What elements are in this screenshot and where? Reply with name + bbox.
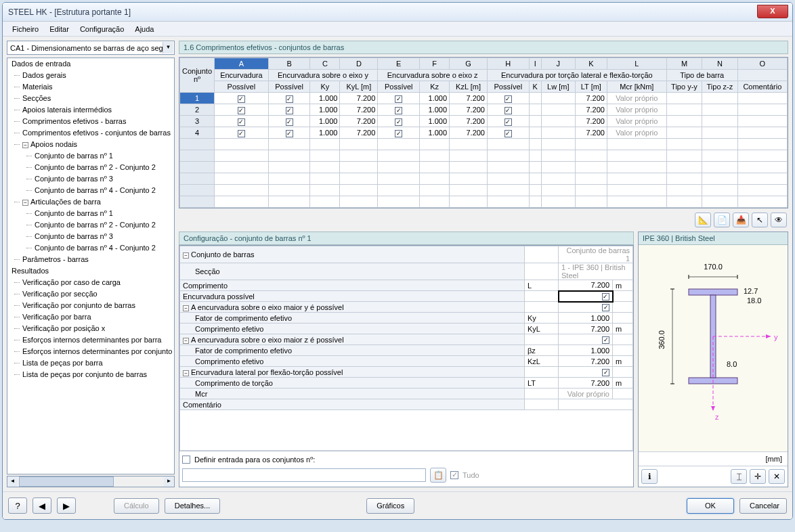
collapse-icon[interactable]: − (22, 200, 28, 206)
tree-item[interactable]: Conjunto de barras nº 4 - Conjunto 2 (7, 185, 174, 196)
tree-item[interactable]: Comprimentos efetivos - barras (7, 116, 174, 127)
prop-value[interactable]: Valor próprio (559, 389, 613, 399)
checkbox[interactable]: ✓ (602, 369, 609, 376)
prop-value[interactable]: 1.000 (559, 345, 613, 356)
tree-scrollbar[interactable]: ◄ ► (7, 476, 175, 487)
checkbox[interactable]: ✓ (286, 130, 293, 137)
checkbox[interactable]: ✓ (286, 95, 293, 103)
checkbox[interactable]: ✓ (238, 118, 245, 126)
collapse-icon[interactable]: − (183, 252, 189, 259)
next-button[interactable]: ▶ (57, 497, 76, 514)
scroll-left-icon[interactable]: ◄ (7, 476, 18, 487)
tree-item[interactable]: Lista de peças por conjunto de barras (7, 369, 174, 380)
collapse-icon[interactable]: − (22, 142, 28, 148)
details-button[interactable]: Detalhes... (165, 498, 221, 514)
print-button[interactable]: ✕ (769, 469, 785, 484)
menu-edit[interactable]: Editar (45, 24, 73, 35)
tree-item[interactable]: Conjunto de barras nº 2 - Conjunto 2 (7, 219, 174, 231)
tree-item[interactable]: Esforços internos determinantes por conj… (7, 346, 174, 357)
table-row[interactable]: 2✓✓1.0007.200✓1.0007.200✓7.200Valor próp… (180, 104, 788, 116)
tree-item[interactable]: Dados gerais (7, 70, 174, 81)
prev-button[interactable]: ◀ (33, 497, 51, 514)
scroll-thumb[interactable] (19, 476, 114, 487)
col-letter[interactable]: A (215, 58, 269, 70)
view-button[interactable]: 👁 (771, 213, 787, 227)
collapse-icon[interactable]: − (183, 338, 189, 344)
section-button[interactable]: ⌶ (731, 469, 747, 484)
prop-value[interactable]: 7.200 (559, 280, 613, 291)
units-button[interactable]: 📐 (695, 213, 711, 227)
tree-item[interactable]: Verificação por posição x (7, 323, 174, 334)
col-letter[interactable]: I (529, 58, 541, 70)
scroll-right-icon[interactable]: ► (164, 476, 174, 487)
col-letter[interactable]: E (378, 58, 420, 70)
table-row[interactable]: 4✓✓1.0007.200✓1.0007.200✓7.200Valor próp… (180, 127, 788, 139)
export-button[interactable]: 📄 (714, 213, 730, 227)
tree-item[interactable]: Conjunto de barras nº 2 - Conjunto 2 (7, 162, 174, 173)
checkbox[interactable]: ✓ (504, 130, 512, 137)
checkbox[interactable]: ✓ (504, 107, 512, 114)
tree-item[interactable]: Comprimentos efetivos - conjuntos de bar… (7, 127, 174, 139)
table-row[interactable]: 1✓✓1.0007.200✓1.0007.200✓7.200Valor próp… (180, 93, 788, 104)
col-letter[interactable]: O (737, 58, 787, 70)
tree-item[interactable]: Verificação por secção (7, 288, 174, 300)
tree-item[interactable]: Conjunto de barras nº 1 (7, 150, 174, 162)
checkbox[interactable]: ✓ (238, 95, 245, 103)
pick-button[interactable]: ↖ (752, 213, 768, 227)
tree-root-input[interactable]: Dados de entrada (7, 58, 174, 70)
col-letter[interactable]: C (310, 58, 340, 70)
tree-item[interactable]: Conjunto de barras nº 3 (7, 173, 174, 185)
tree-item[interactable]: Conjunto de barras nº 4 - Conjunto 2 (7, 242, 174, 254)
property-grid[interactable]: −Conjunto de barrasConjunto de barras 1 … (179, 245, 634, 487)
prop-value[interactable]: 7.200 (559, 378, 613, 389)
prop-value[interactable]: 7.200 (559, 324, 613, 334)
cancel-button[interactable]: Cancelar (739, 498, 787, 514)
tree-item[interactable]: Conjunto de barras nº 1 (7, 208, 174, 219)
tree-item[interactable]: Verificação por barra (7, 311, 174, 323)
checkbox[interactable]: ✓ (395, 107, 402, 114)
tree-item[interactable]: Secções (7, 93, 174, 104)
tree-item[interactable]: Verificação por caso de carga (7, 277, 174, 288)
define-checkbox[interactable] (182, 456, 190, 464)
checkbox[interactable]: ✓ (286, 118, 293, 126)
menu-help[interactable]: Ajuda (131, 24, 158, 35)
menu-config[interactable]: Configuração (76, 24, 128, 35)
tree-item[interactable]: Verificação por conjunto de barras (7, 300, 174, 311)
import-button[interactable]: 📥 (733, 213, 749, 227)
loadcase-combo[interactable]: CA1 - Dimensionamento se barras de aço s… (7, 41, 175, 55)
col-letter[interactable]: K (575, 58, 607, 70)
prop-value[interactable]: 1.000 (559, 313, 613, 324)
prop-value[interactable]: 7.200 (559, 356, 613, 367)
tree-item[interactable]: Parâmetros - barras (7, 254, 174, 265)
menu-file[interactable]: Ficheiro (8, 24, 43, 35)
tree-item[interactable]: Esforços internos determinantes por barr… (7, 334, 174, 346)
col-letter[interactable]: M (666, 58, 702, 70)
pick-members-button[interactable]: 📋 (430, 468, 446, 483)
checkbox[interactable]: ✓ (395, 95, 402, 103)
chevron-down-icon[interactable]: ▼ (163, 42, 173, 53)
col-letter[interactable]: F (420, 58, 450, 70)
checkbox[interactable]: ✓ (602, 336, 609, 344)
col-letter[interactable]: H (487, 58, 529, 70)
checkbox[interactable]: ✓ (504, 118, 512, 126)
col-letter[interactable]: G (450, 58, 488, 70)
checkbox[interactable]: ✓ (395, 118, 402, 126)
checkbox[interactable]: ✓ (238, 107, 245, 114)
col-letter[interactable]: D (340, 58, 378, 70)
table-row[interactable]: 3✓✓1.0007.200✓1.0007.200✓7.200Valor próp… (180, 116, 788, 127)
checkbox[interactable]: ✓ (286, 107, 293, 114)
collapse-icon[interactable]: − (183, 305, 189, 311)
tree-item[interactable]: Conjunto de barras nº 3 (7, 231, 174, 242)
tree-node-apoios[interactable]: −Apoios nodais (7, 139, 174, 150)
tudo-checkbox[interactable]: ✓ (450, 471, 458, 479)
tree-item[interactable]: Materiais (7, 81, 174, 93)
prop-value[interactable] (559, 399, 633, 410)
checkbox[interactable]: ✓ (504, 95, 512, 103)
graphics-button[interactable]: Gráficos (366, 498, 414, 514)
close-button[interactable]: X (757, 5, 788, 18)
col-letter[interactable]: J (541, 58, 575, 70)
ok-button[interactable]: OK (687, 498, 734, 514)
checkbox[interactable]: ✓ (602, 304, 609, 311)
main-grid[interactable]: Conjunto nº A B C D E F G H I J K L M (179, 57, 788, 208)
nav-tree[interactable]: Dados de entrada Dados gerais Materiais … (7, 58, 175, 474)
